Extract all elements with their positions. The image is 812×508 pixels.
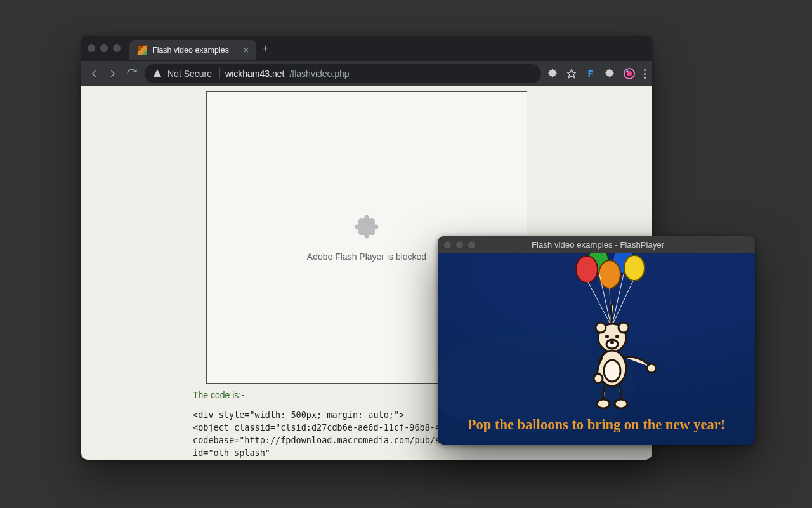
- toolbar: Not Secure wickham43.net/flashvideo.php …: [81, 61, 652, 86]
- extension-flash-icon[interactable]: [547, 69, 558, 79]
- svg-point-13: [619, 323, 629, 333]
- tab-active[interactable]: Flash video examples ×: [129, 40, 256, 60]
- balloons-icon[interactable]: [576, 253, 645, 288]
- svg-point-14: [605, 335, 609, 338]
- back-button[interactable]: [88, 67, 100, 80]
- tabstrip: Flash video examples × +: [81, 36, 652, 61]
- not-secure-icon: [152, 69, 162, 79]
- player-window-title: Flash video examples - FlashPlayer: [481, 240, 749, 250]
- player-title-text: Flash video examples - FlashPlayer: [532, 240, 664, 250]
- profile-avatar[interactable]: [624, 68, 635, 79]
- reload-button[interactable]: [126, 67, 138, 80]
- tab-title: Flash video examples: [152, 46, 229, 55]
- favicon-icon: [137, 45, 147, 55]
- plugin-blocked-message: Adobe Flash Player is blocked: [307, 251, 426, 262]
- stage-caption: Pop the balloons to bring on the new yea…: [438, 417, 755, 433]
- svg-point-22: [597, 399, 610, 408]
- svg-point-23: [615, 399, 627, 408]
- svg-point-3: [576, 256, 598, 283]
- traffic-zoom-icon[interactable]: [113, 44, 121, 52]
- bear-with-balloons[interactable]: [549, 253, 676, 414]
- flashplayer-window: Flash video examples - FlashPlayer: [438, 236, 755, 444]
- flash-stage[interactable]: Pop the balloons to bring on the new yea…: [438, 253, 755, 444]
- url-path: /flashvideo.php: [289, 69, 349, 79]
- address-bar[interactable]: Not Secure wickham43.net/flashvideo.php: [145, 64, 541, 83]
- traffic-minimize-icon[interactable]: [100, 44, 108, 52]
- traffic-close-icon[interactable]: [88, 44, 95, 52]
- svg-point-21: [594, 374, 603, 383]
- traffic-minimize-icon[interactable]: [456, 241, 463, 248]
- svg-point-17: [610, 340, 614, 344]
- traffic-zoom-icon[interactable]: [468, 241, 475, 248]
- plugin-puzzle-icon: [353, 214, 381, 244]
- forward-button[interactable]: [107, 67, 119, 80]
- url-host: wickham43.net: [225, 69, 284, 79]
- omnibox-divider: [219, 68, 220, 79]
- chrome-menu-button[interactable]: [644, 69, 646, 79]
- svg-point-4: [624, 255, 645, 281]
- svg-point-20: [647, 364, 656, 373]
- not-secure-label: Not Secure: [167, 69, 212, 79]
- toolbar-right-icons: F: [547, 68, 646, 79]
- traffic-close-icon[interactable]: [444, 241, 451, 248]
- extensions-button[interactable]: [605, 69, 615, 79]
- bookmark-star-icon[interactable]: [566, 69, 577, 79]
- tab-close-button[interactable]: ×: [244, 46, 249, 55]
- svg-point-12: [596, 323, 606, 333]
- extension-f-icon[interactable]: F: [586, 69, 596, 79]
- player-traffic-lights[interactable]: [444, 241, 475, 248]
- bear-icon: [594, 304, 656, 408]
- svg-point-19: [604, 360, 620, 382]
- svg-line-10: [612, 281, 633, 325]
- player-titlebar[interactable]: Flash video examples - FlashPlayer: [438, 236, 755, 253]
- svg-marker-0: [567, 69, 575, 77]
- new-tab-button[interactable]: +: [263, 43, 268, 54]
- svg-point-15: [615, 335, 619, 338]
- svg-point-5: [599, 260, 620, 288]
- window-traffic-lights[interactable]: [88, 44, 121, 52]
